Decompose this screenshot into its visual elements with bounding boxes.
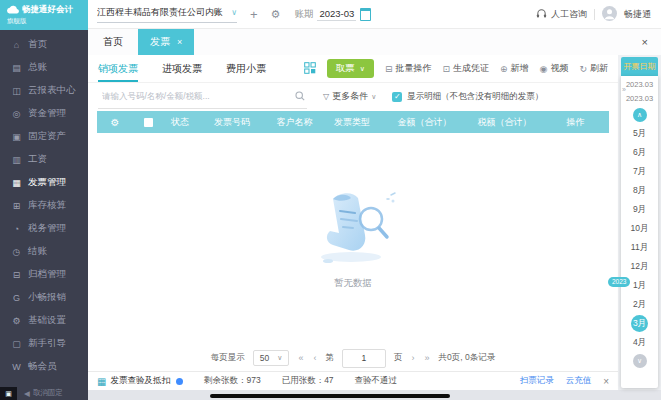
subtab-output-invoices[interactable]: 销项发票 — [98, 55, 138, 82]
sidebar: 畅捷通好会计 旗舰版 ⌂首页 ▤总账 ◫云报表中心 ◎资金管理 ▣固定资产 ▥工… — [0, 0, 88, 400]
toolbar: 取票 ∨ ⊟批量操作 ⊡生成凭证 ⊕新增 ◉视频 ↻刷新 — [304, 59, 608, 78]
last-page-button[interactable]: » — [423, 353, 430, 363]
month-june[interactable]: 6月 — [621, 143, 658, 162]
checkbox-icon — [144, 118, 153, 127]
search-input[interactable] — [100, 90, 284, 102]
close-panel-icon[interactable]: × — [642, 36, 648, 48]
chevron-down-icon: ∨ — [371, 93, 376, 101]
sidebar-item-funds[interactable]: ◎资金管理 — [0, 102, 88, 125]
sidebar-item-inventory[interactable]: ⊞库存核算 — [0, 194, 88, 217]
scan-grid-icon[interactable] — [304, 62, 316, 76]
column-settings-gear-icon[interactable]: ⚙ — [97, 117, 133, 128]
per-page-select[interactable]: 50 ∨ — [253, 350, 290, 366]
month-september[interactable]: 9月 — [621, 200, 658, 219]
refresh-button[interactable]: ↻刷新 — [579, 62, 608, 75]
header-amount-total: 金额（合计） — [382, 116, 467, 129]
scroll-down-icon[interactable]: ∨ — [633, 354, 647, 368]
accounting-period[interactable]: 账期 2023-03 — [294, 8, 371, 21]
tab-home[interactable]: 首页 — [88, 28, 138, 55]
show-detail-checkbox[interactable]: ✓ 显示明细（不包含没有明细的发票） — [392, 91, 543, 103]
next-page-button[interactable]: › — [410, 353, 415, 363]
sidebar-item-salary[interactable]: ▥工资 — [0, 148, 88, 171]
username[interactable]: 畅捷通 — [624, 8, 651, 21]
sidebar-item-tax[interactable]: ◔税务管理 — [0, 217, 88, 240]
sidebar-item-home[interactable]: ⌂首页 — [0, 33, 88, 56]
sidebar-item-guide[interactable]: ▢新手引导 — [0, 332, 88, 355]
date-from[interactable]: 2023.03 — [626, 78, 653, 92]
date-to[interactable]: 2023.03 — [626, 92, 653, 106]
sidebar-item-report-center[interactable]: ◫云报表中心 — [0, 79, 88, 102]
month-december[interactable]: 12月 — [621, 257, 658, 276]
unpin-sidebar-button[interactable]: ◀ 取消固定 — [24, 388, 63, 398]
month-april[interactable]: 4月 — [621, 333, 658, 352]
subtab-expense-receipts[interactable]: 费用小票 — [226, 55, 266, 82]
avatar[interactable] — [602, 6, 617, 23]
close-statusbar-icon[interactable]: × — [603, 376, 609, 387]
close-tab-icon[interactable]: × — [177, 37, 182, 47]
assets-icon: ▣ — [11, 132, 22, 142]
month-october[interactable]: 10月 — [621, 219, 658, 238]
month-february[interactable]: 2月 — [621, 295, 658, 314]
video-button[interactable]: ◉视频 — [540, 62, 569, 75]
fetch-invoice-button[interactable]: 取票 ∨ — [327, 59, 374, 78]
company-name: 江西程丰精品有限责任公司内账 — [97, 6, 223, 19]
brand-edition: 旗舰版 — [7, 17, 84, 26]
chevron-down-icon: ∨ — [360, 65, 365, 73]
scan-record-link[interactable]: 扫票记录 — [520, 375, 554, 387]
collapse-panel-icon[interactable]: » — [622, 86, 626, 93]
support-button[interactable]: 人工咨询 — [536, 8, 587, 21]
month-august[interactable]: 8月 — [621, 181, 658, 200]
tax-icon: ◔ — [11, 224, 22, 234]
page-prefix: 第 — [325, 352, 334, 364]
search-icon[interactable] — [295, 87, 305, 105]
pagination-summary: 共0页, 0条记录 — [438, 352, 495, 364]
month-january[interactable]: 2023 1月 — [621, 276, 658, 295]
sidebar-item-general-ledger[interactable]: ▤总账 — [0, 56, 88, 79]
calendar-icon — [360, 8, 371, 21]
first-page-button[interactable]: « — [297, 353, 304, 363]
year-badge: 2023 — [608, 277, 630, 287]
sidebar-item-fixed-assets[interactable]: ▣固定资产 — [0, 125, 88, 148]
generate-voucher-button[interactable]: ⊡生成凭证 — [443, 62, 490, 75]
table-header: ⚙ 状态 发票号码 客户名称 发票类型 金额（合计） 税额（合计） 操作 — [97, 111, 609, 133]
funds-icon: ◎ — [11, 109, 22, 119]
empty-text: 暂无数据 — [334, 277, 372, 290]
sidebar-item-membership[interactable]: W畅会员 — [0, 355, 88, 378]
page-number-input[interactable] — [342, 349, 386, 368]
invoice-date-panel-header[interactable]: 开票日期 — [621, 57, 658, 76]
add-company-button[interactable]: + — [250, 8, 258, 21]
company-selector[interactable]: 江西程丰精品有限责任公司内账 ∨ — [97, 6, 237, 23]
sidebar-menu: ⌂首页 ▤总账 ◫云报表中心 ◎资金管理 ▣固定资产 ▥工资 ▦发票管理 ⊞库存… — [0, 30, 88, 378]
header-operation: 操作 — [542, 116, 609, 129]
prev-page-button[interactable]: ‹ — [312, 353, 317, 363]
quota-icon: ▦ — [97, 376, 106, 387]
scroll-up-icon[interactable]: ∧ — [633, 108, 647, 122]
sidebar-item-closing[interactable]: ◷结账 — [0, 240, 88, 263]
more-conditions-button[interactable]: ▽ 更多条件 ∨ — [323, 90, 376, 103]
checkbox-checked-icon[interactable]: ✓ — [392, 92, 402, 102]
month-july[interactable]: 7月 — [621, 162, 658, 181]
sidebar-item-settings[interactable]: ⚙基础设置 — [0, 309, 88, 332]
add-new-button[interactable]: ⊕新增 — [500, 62, 529, 75]
sidebar-item-expense[interactable]: G小畅报销 — [0, 286, 88, 309]
info-dot[interactable] — [176, 378, 183, 385]
corner-widget[interactable]: ▣ — [0, 387, 17, 400]
month-march-selected[interactable]: 3月 — [621, 314, 658, 333]
cloud-recharge-link[interactable]: 云充值 — [566, 375, 592, 387]
batch-operations-button[interactable]: ⊟批量操作 — [385, 62, 432, 75]
page-suffix: 页 — [394, 352, 403, 364]
header-tax-total: 税额（合计） — [467, 116, 542, 129]
sidebar-item-invoice-management[interactable]: ▦发票管理 — [0, 171, 88, 194]
month-november[interactable]: 11月 — [621, 238, 658, 257]
sidebar-item-archive[interactable]: ⊟归档管理 — [0, 263, 88, 286]
subtab-input-invoices[interactable]: 进项发票 — [162, 55, 202, 82]
month-may[interactable]: 5月 — [621, 124, 658, 143]
tab-invoice[interactable]: 发票 × — [138, 28, 194, 55]
gear-icon[interactable]: ⚙ — [271, 8, 281, 21]
pagination: 每页显示 50 ∨ « ‹ 第 页 › » 共0页, 0条记录 — [88, 345, 618, 371]
divider — [594, 9, 595, 20]
closing-icon: ◷ — [11, 247, 22, 257]
header-status: 状态 — [163, 116, 197, 129]
select-all-checkbox[interactable] — [133, 118, 163, 127]
membership-icon: W — [11, 362, 22, 372]
